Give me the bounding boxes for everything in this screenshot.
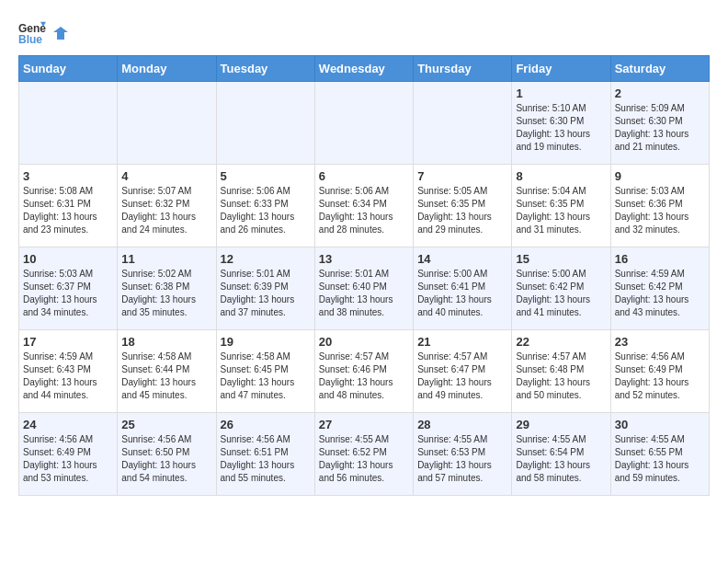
calendar-cell: 6Sunrise: 5:06 AM Sunset: 6:34 PM Daylig… xyxy=(314,165,413,247)
day-info: Sunrise: 5:03 AM Sunset: 6:37 PM Dayligh… xyxy=(23,268,113,319)
day-number: 12 xyxy=(221,252,311,266)
day-info: Sunrise: 4:57 AM Sunset: 6:48 PM Dayligh… xyxy=(516,350,606,402)
day-number: 8 xyxy=(516,169,606,183)
day-number: 22 xyxy=(516,335,606,349)
day-number: 5 xyxy=(221,169,311,183)
day-number: 10 xyxy=(23,252,113,266)
day-number: 3 xyxy=(23,169,113,183)
day-info: Sunrise: 5:09 AM Sunset: 6:30 PM Dayligh… xyxy=(615,102,705,154)
weekday-header-monday: Monday xyxy=(118,56,216,82)
calendar-cell: 29Sunrise: 4:55 AM Sunset: 6:54 PM Dayli… xyxy=(512,413,610,496)
calendar-cell: 27Sunrise: 4:55 AM Sunset: 6:52 PM Dayli… xyxy=(314,413,413,496)
day-info: Sunrise: 5:06 AM Sunset: 6:34 PM Dayligh… xyxy=(319,185,409,236)
calendar-cell: 30Sunrise: 4:55 AM Sunset: 6:55 PM Dayli… xyxy=(610,413,709,496)
calendar-cell: 19Sunrise: 4:58 AM Sunset: 6:45 PM Dayli… xyxy=(216,330,314,413)
weekday-header-row: SundayMondayTuesdayWednesdayThursdayFrid… xyxy=(19,56,710,82)
day-info: Sunrise: 5:03 AM Sunset: 6:36 PM Dayligh… xyxy=(615,185,705,236)
calendar-cell: 4Sunrise: 5:07 AM Sunset: 6:32 PM Daylig… xyxy=(118,165,216,247)
day-info: Sunrise: 4:55 AM Sunset: 6:55 PM Dayligh… xyxy=(615,433,705,485)
day-info: Sunrise: 5:02 AM Sunset: 6:38 PM Dayligh… xyxy=(121,268,211,319)
day-number: 29 xyxy=(516,418,606,431)
day-info: Sunrise: 4:58 AM Sunset: 6:44 PM Dayligh… xyxy=(121,350,211,402)
logo-bird-icon xyxy=(51,25,70,43)
day-info: Sunrise: 4:55 AM Sunset: 6:52 PM Dayligh… xyxy=(319,433,409,485)
calendar-cell: 26Sunrise: 4:56 AM Sunset: 6:51 PM Dayli… xyxy=(216,413,314,496)
calendar-week-3: 17Sunrise: 4:59 AM Sunset: 6:43 PM Dayli… xyxy=(19,330,710,413)
svg-marker-3 xyxy=(53,27,68,40)
calendar-cell: 8Sunrise: 5:04 AM Sunset: 6:35 PM Daylig… xyxy=(512,165,610,247)
day-number: 16 xyxy=(615,252,705,266)
calendar-week-2: 10Sunrise: 5:03 AM Sunset: 6:37 PM Dayli… xyxy=(19,247,710,330)
day-number: 26 xyxy=(221,418,311,431)
calendar-cell: 2Sunrise: 5:09 AM Sunset: 6:30 PM Daylig… xyxy=(610,82,709,165)
header: General Blue xyxy=(18,18,710,46)
calendar-cell: 25Sunrise: 4:56 AM Sunset: 6:50 PM Dayli… xyxy=(118,413,216,496)
logo-icon: General Blue xyxy=(18,18,46,46)
calendar-header: SundayMondayTuesdayWednesdayThursdayFrid… xyxy=(19,56,710,82)
calendar-cell: 5Sunrise: 5:06 AM Sunset: 6:33 PM Daylig… xyxy=(216,165,314,247)
day-number: 1 xyxy=(516,86,606,100)
weekday-header-sunday: Sunday xyxy=(19,56,118,82)
calendar-cell: 3Sunrise: 5:08 AM Sunset: 6:31 PM Daylig… xyxy=(19,165,118,247)
day-number: 27 xyxy=(319,418,409,431)
weekday-header-saturday: Saturday xyxy=(610,56,709,82)
svg-text:Blue: Blue xyxy=(18,33,42,46)
day-info: Sunrise: 5:04 AM Sunset: 6:35 PM Dayligh… xyxy=(516,185,606,236)
day-number: 28 xyxy=(417,418,507,431)
weekday-header-thursday: Thursday xyxy=(414,56,512,82)
calendar-cell: 13Sunrise: 5:01 AM Sunset: 6:40 PM Dayli… xyxy=(314,247,413,330)
day-info: Sunrise: 4:59 AM Sunset: 6:42 PM Dayligh… xyxy=(615,268,705,319)
day-info: Sunrise: 4:56 AM Sunset: 6:51 PM Dayligh… xyxy=(221,433,311,485)
calendar-week-0: 1Sunrise: 5:10 AM Sunset: 6:30 PM Daylig… xyxy=(19,82,710,165)
calendar-cell: 10Sunrise: 5:03 AM Sunset: 6:37 PM Dayli… xyxy=(19,247,118,330)
day-info: Sunrise: 4:56 AM Sunset: 6:49 PM Dayligh… xyxy=(23,433,113,485)
calendar-cell xyxy=(118,82,216,165)
calendar-body: 1Sunrise: 5:10 AM Sunset: 6:30 PM Daylig… xyxy=(19,82,710,496)
day-number: 17 xyxy=(23,335,113,349)
calendar-table: SundayMondayTuesdayWednesdayThursdayFrid… xyxy=(18,55,710,496)
calendar-cell: 23Sunrise: 4:56 AM Sunset: 6:49 PM Dayli… xyxy=(610,330,709,413)
day-info: Sunrise: 5:06 AM Sunset: 6:33 PM Dayligh… xyxy=(221,185,311,236)
calendar-cell: 20Sunrise: 4:57 AM Sunset: 6:46 PM Dayli… xyxy=(314,330,413,413)
calendar-cell: 12Sunrise: 5:01 AM Sunset: 6:39 PM Dayli… xyxy=(216,247,314,330)
day-number: 24 xyxy=(23,418,113,431)
calendar-cell: 28Sunrise: 4:55 AM Sunset: 6:53 PM Dayli… xyxy=(414,413,512,496)
weekday-header-wednesday: Wednesday xyxy=(314,56,413,82)
day-number: 23 xyxy=(615,335,705,349)
day-number: 6 xyxy=(319,169,409,183)
calendar-cell xyxy=(216,82,314,165)
calendar-cell: 18Sunrise: 4:58 AM Sunset: 6:44 PM Dayli… xyxy=(118,330,216,413)
calendar-cell: 14Sunrise: 5:00 AM Sunset: 6:41 PM Dayli… xyxy=(414,247,512,330)
calendar-cell: 16Sunrise: 4:59 AM Sunset: 6:42 PM Dayli… xyxy=(610,247,709,330)
day-info: Sunrise: 4:57 AM Sunset: 6:46 PM Dayligh… xyxy=(319,350,409,402)
logo: General Blue xyxy=(18,18,70,46)
calendar-cell: 7Sunrise: 5:05 AM Sunset: 6:35 PM Daylig… xyxy=(414,165,512,247)
calendar-cell xyxy=(314,82,413,165)
calendar-cell xyxy=(19,82,118,165)
day-info: Sunrise: 4:56 AM Sunset: 6:50 PM Dayligh… xyxy=(121,433,211,485)
calendar-cell: 11Sunrise: 5:02 AM Sunset: 6:38 PM Dayli… xyxy=(118,247,216,330)
day-info: Sunrise: 5:00 AM Sunset: 6:42 PM Dayligh… xyxy=(516,268,606,319)
day-number: 15 xyxy=(516,252,606,266)
day-info: Sunrise: 4:59 AM Sunset: 6:43 PM Dayligh… xyxy=(23,350,113,402)
day-number: 2 xyxy=(615,86,705,100)
day-info: Sunrise: 5:05 AM Sunset: 6:35 PM Dayligh… xyxy=(417,185,507,236)
day-number: 25 xyxy=(121,418,211,431)
day-info: Sunrise: 5:01 AM Sunset: 6:40 PM Dayligh… xyxy=(319,268,409,319)
day-info: Sunrise: 4:55 AM Sunset: 6:54 PM Dayligh… xyxy=(516,433,606,485)
day-info: Sunrise: 4:57 AM Sunset: 6:47 PM Dayligh… xyxy=(417,350,507,402)
calendar-cell: 9Sunrise: 5:03 AM Sunset: 6:36 PM Daylig… xyxy=(610,165,709,247)
weekday-header-friday: Friday xyxy=(512,56,610,82)
calendar-cell: 22Sunrise: 4:57 AM Sunset: 6:48 PM Dayli… xyxy=(512,330,610,413)
day-number: 11 xyxy=(121,252,211,266)
calendar-week-1: 3Sunrise: 5:08 AM Sunset: 6:31 PM Daylig… xyxy=(19,165,710,247)
day-info: Sunrise: 5:10 AM Sunset: 6:30 PM Dayligh… xyxy=(516,102,606,154)
day-number: 14 xyxy=(417,252,507,266)
day-info: Sunrise: 4:55 AM Sunset: 6:53 PM Dayligh… xyxy=(417,433,507,485)
day-number: 9 xyxy=(615,169,705,183)
day-number: 30 xyxy=(615,418,705,431)
calendar-cell: 17Sunrise: 4:59 AM Sunset: 6:43 PM Dayli… xyxy=(19,330,118,413)
day-number: 13 xyxy=(319,252,409,266)
calendar-cell xyxy=(414,82,512,165)
calendar-cell: 24Sunrise: 4:56 AM Sunset: 6:49 PM Dayli… xyxy=(19,413,118,496)
